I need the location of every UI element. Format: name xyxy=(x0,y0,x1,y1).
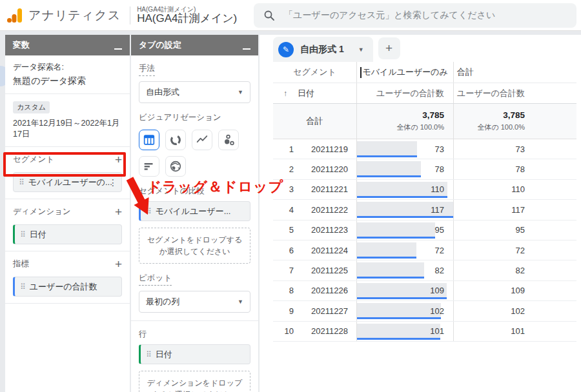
table-row[interactable]: 5202112239595 xyxy=(273,220,576,240)
metric-header-total[interactable]: ユーザーの合計数 xyxy=(453,83,576,103)
segment-chip[interactable]: ⠿ モバイルユーザーの... ⋮ xyxy=(13,172,122,192)
table-header-row-metrics: ↑ 日付 ユーザーの合計数 ユーザーの合計数 xyxy=(273,83,576,104)
row-total-value-cell: 109 xyxy=(453,281,576,300)
drag-handle-icon[interactable]: ⠿ xyxy=(20,282,25,291)
chevron-down-icon: ▼ xyxy=(238,299,243,305)
drag-handle-icon[interactable]: ⠿ xyxy=(19,178,24,187)
date-column-header[interactable]: ↑ 日付 xyxy=(273,83,356,103)
row-date-cell: 420211222 xyxy=(273,200,356,219)
row-date-cell: 920211227 xyxy=(273,301,356,320)
add-tab-button[interactable]: + xyxy=(378,37,400,59)
exploration-canvas: ✎ 自由形式 1 ▼ + セグメント モバイルユーザーのみ 合計 ↑ 日付 ユー… xyxy=(260,35,581,392)
pivot-value: 最初の列 xyxy=(146,296,179,308)
table-body: 1202112197373220211220787832021122111011… xyxy=(273,139,576,342)
table-row[interactable]: 820211226109109 xyxy=(273,281,576,301)
date-range-value[interactable]: 2021年12月19日～2022年1月17日 xyxy=(13,118,122,140)
table-row[interactable]: 7202112258282 xyxy=(273,260,576,280)
segment-value: 102 xyxy=(430,306,444,316)
dimension-chip-label: 日付 xyxy=(30,229,46,240)
minimize-variables-button[interactable] xyxy=(114,41,122,50)
property-selector[interactable]: HA(GA4計測メイン) HA(GA4計測メイン) xyxy=(137,6,237,25)
viz-line-button[interactable] xyxy=(192,130,212,150)
divider xyxy=(5,146,130,147)
drag-handle-icon[interactable]: ⠿ xyxy=(146,207,151,216)
drag-handle-icon[interactable]: ⠿ xyxy=(20,230,25,239)
exploration-name-label: データ探索名: xyxy=(13,62,122,73)
row-rank: 1 xyxy=(273,144,294,154)
row-date: 20211223 xyxy=(311,225,348,235)
search-placeholder: 「ユーザーのアクセス元」と検索してみてください xyxy=(284,10,495,21)
row-total-value-cell: 95 xyxy=(453,220,576,240)
minimize-tab-settings-button[interactable] xyxy=(243,41,250,50)
table-row[interactable]: 2202112207878 xyxy=(273,159,576,179)
row-date: 20211222 xyxy=(311,205,348,215)
table-row[interactable]: 1202112197373 xyxy=(273,139,576,159)
kebab-menu-icon[interactable]: ⋮ xyxy=(108,177,117,188)
row-segment-value-cell: 73 xyxy=(356,139,453,159)
value-bar xyxy=(357,242,416,259)
viz-scatter-button[interactable] xyxy=(218,130,239,150)
metric-header-segment[interactable]: ユーザーの合計数 xyxy=(356,83,453,103)
account-name: HA(GA4計測メイン) xyxy=(137,6,237,13)
divider xyxy=(5,199,130,199)
row-rank: 7 xyxy=(273,266,294,275)
text-cursor xyxy=(360,67,362,78)
segment-value: 78 xyxy=(435,164,444,174)
tab-settings-panel-header: タブの設定 xyxy=(131,35,258,55)
row-total-value-cell: 101 xyxy=(453,322,576,341)
row-segment-value-cell: 72 xyxy=(356,240,453,260)
table-row[interactable]: 920211227102102 xyxy=(273,301,576,321)
divider xyxy=(5,93,130,94)
row-date-cell: 520211223 xyxy=(273,220,356,240)
header-divider xyxy=(130,6,130,24)
row-date-cell: 320211221 xyxy=(273,180,356,199)
row-date-cell: 620211224 xyxy=(273,240,356,260)
row-date: 20211225 xyxy=(311,266,348,275)
segment-comparison-label: セグメントの比較 xyxy=(139,186,205,195)
segment-drop-zone[interactable]: セグメントをドロップするか選択してください xyxy=(139,228,250,264)
segment-comparison-chip[interactable]: ⠿ モバイルユーザー... xyxy=(139,201,250,221)
segment-value: 82 xyxy=(435,266,444,275)
viz-bar-button[interactable] xyxy=(139,156,159,177)
segment-value-column-header: モバイルユーザーのみ xyxy=(356,62,453,83)
rows-dimension-chip-label: 日付 xyxy=(156,349,172,360)
drag-handle-icon[interactable]: ⠿ xyxy=(146,350,151,359)
row-rank: 3 xyxy=(273,184,294,194)
rows-dimension-chip[interactable]: ⠿ 日付 xyxy=(139,344,250,364)
divider xyxy=(5,303,130,304)
row-segment-value-cell: 95 xyxy=(356,220,453,240)
segment-column-header: セグメント xyxy=(273,62,356,83)
add-dimension-button[interactable]: + xyxy=(115,206,122,218)
table-row[interactable]: 320211221110110 xyxy=(273,180,576,200)
pivot-dropdown[interactable]: 最初の列 ▼ xyxy=(139,291,250,313)
divider xyxy=(131,320,258,321)
segment-value: 95 xyxy=(435,225,444,235)
viz-table-button[interactable] xyxy=(139,130,159,150)
totals-label: 合計 xyxy=(273,104,356,139)
add-segment-button[interactable]: + xyxy=(115,153,122,166)
dimension-drop-zone[interactable]: ディメンションをドロップするか選択してください xyxy=(139,371,250,392)
viz-geo-map-button[interactable] xyxy=(165,156,186,177)
exploration-name-value[interactable]: 無題のデータ探索 xyxy=(13,75,122,87)
segment-value: 110 xyxy=(431,184,444,194)
technique-dropdown[interactable]: 自由形式 ▼ xyxy=(139,81,250,103)
row-total-value-cell: 117 xyxy=(453,200,576,219)
table-row[interactable]: 1020211228101101 xyxy=(273,322,576,342)
search-input[interactable]: 「ユーザーのアクセス元」と検索してみてください xyxy=(254,3,576,28)
value-bar xyxy=(357,303,441,319)
table-row[interactable]: 6202112247272 xyxy=(273,240,576,260)
table-row[interactable]: 420211222117117 xyxy=(273,200,576,220)
row-rank: 8 xyxy=(273,286,294,295)
tab-freeform-1[interactable]: ✎ 自由形式 1 ▼ xyxy=(273,37,373,62)
brand-title: アナリティクス xyxy=(28,7,121,24)
dimension-chip[interactable]: ⠿ 日付 xyxy=(13,224,122,244)
add-metric-button[interactable]: + xyxy=(115,258,122,270)
total-column-header: 合計 xyxy=(453,62,576,83)
viz-donut-button[interactable] xyxy=(165,130,186,150)
row-total-value-cell: 78 xyxy=(453,159,576,179)
chevron-down-icon: ▼ xyxy=(238,89,243,95)
edit-pencil-icon[interactable]: ✎ xyxy=(278,42,294,57)
metric-chip[interactable]: ⠿ ユーザーの合計数 xyxy=(13,277,122,297)
segment-chip-label: モバイルユーザーの... xyxy=(28,177,112,188)
row-date-cell: 720211225 xyxy=(273,260,356,280)
